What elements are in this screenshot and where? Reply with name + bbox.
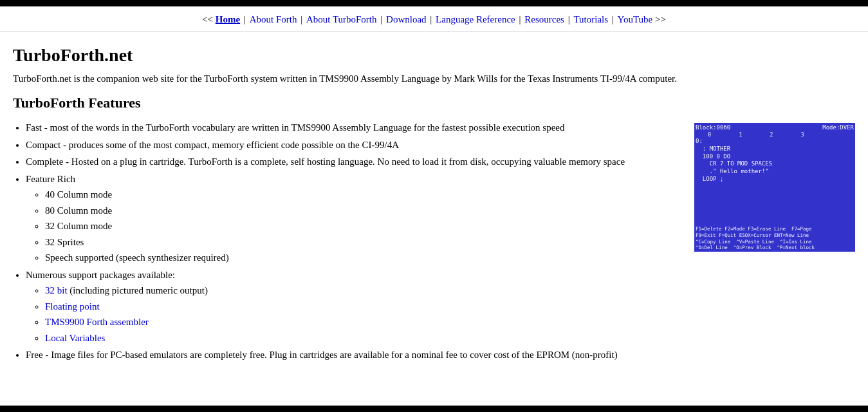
nav-item-youtube[interactable]: YouTube (618, 14, 653, 24)
list-item: 40 Column mode (45, 187, 681, 202)
terminal-block-label: Block:0060 (696, 124, 730, 132)
list-item: Local Variables (45, 331, 681, 346)
features-layout: Fast - most of the words in the TurboFor… (13, 120, 855, 365)
link-floating-point[interactable]: Floating point (45, 301, 100, 312)
nav-item-language-reference[interactable]: Language Reference (436, 14, 515, 24)
nav-item-about-turboforth[interactable]: About TurboForth (306, 14, 377, 24)
list-item: 32 bit (including pictured numeric outpu… (45, 283, 681, 298)
navigation: << Home | About Forth | About TurboForth… (0, 6, 868, 32)
nav-item-download[interactable]: Download (386, 14, 427, 24)
sub-list: 40 Column mode 80 Column mode 32 Column … (45, 187, 681, 265)
list-item: TMS9900 Forth assembler (45, 315, 681, 330)
top-bar (0, 0, 868, 6)
sub-list-packages: 32 bit (including pictured numeric outpu… (45, 283, 681, 345)
terminal-content-area: 0: : MOTHER 100 0 DO CR 7 TO MOD SPACES … (696, 138, 854, 213)
list-item: Fast - most of the words in the TurboFor… (26, 120, 681, 135)
terminal-mode-label: Mode:DVER (822, 124, 854, 132)
nav-item-home[interactable]: Home (216, 14, 240, 24)
link-tms9900-assembler[interactable]: TMS9900 Forth assembler (45, 317, 149, 327)
features-list-container: Fast - most of the words in the TurboFor… (13, 120, 681, 365)
nav-suffix: >> (655, 14, 666, 24)
list-item: Numerous support packages available: 32 … (26, 268, 681, 346)
list-item: 32 Column mode (45, 219, 681, 234)
site-title: TurboForth.net (13, 45, 855, 66)
intro-paragraph: TurboForth.net is the companion web site… (13, 73, 855, 84)
list-item: Floating point (45, 299, 681, 314)
list-item: Free - Image files for PC-based emulator… (26, 348, 681, 362)
list-item: Complete - Hosted on a plug in cartridge… (26, 154, 681, 169)
list-item: 32 Sprites (45, 235, 681, 250)
nav-item-tutorials[interactable]: Tutorials (573, 14, 608, 24)
nav-prefix: << (202, 14, 216, 24)
link-local-variables[interactable]: Local Variables (45, 333, 105, 343)
nav-item-resources[interactable]: Resources (524, 14, 564, 24)
main-content: TurboForth.net TurboForth.net is the com… (0, 32, 868, 378)
list-item: Feature Rich 40 Column mode 80 Column mo… (26, 172, 681, 265)
list-item: 80 Column mode (45, 203, 681, 218)
features-list: Fast - most of the words in the TurboFor… (26, 120, 681, 362)
terminal-ruler: 0 1 2 3 (696, 132, 854, 138)
nav-item-about-forth[interactable]: About Forth (250, 14, 297, 24)
link-32bit[interactable]: 32 bit (45, 285, 68, 295)
features-heading: TurboForth Features (13, 95, 855, 111)
terminal-screenshot: Block:0060 Mode:DVER 0 1 2 3 0: : MOTHER… (694, 123, 855, 252)
terminal-footer: F1=Delete F2=Mode F3=Erase Line F7=Page … (694, 225, 855, 252)
terminal-display: Block:0060 Mode:DVER 0 1 2 3 0: : MOTHER… (694, 123, 855, 252)
list-item: Compact - produces some of the most comp… (26, 138, 681, 153)
list-item: Speech supported (speech synthesizer req… (45, 250, 681, 265)
